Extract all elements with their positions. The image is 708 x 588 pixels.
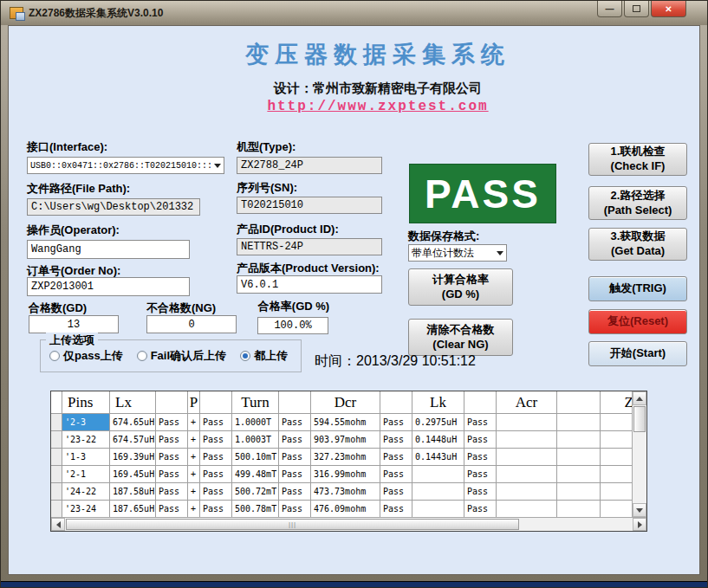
title-bar[interactable]: ZX2786数据采集系统V3.0.10 — ✕ — [1, 1, 707, 25]
table-cell[interactable]: 0.1443uH — [412, 449, 464, 466]
table-cell[interactable]: Pass — [200, 501, 232, 517]
table-cell[interactable]: Pass — [380, 431, 412, 449]
scroll-right-button[interactable] — [633, 518, 646, 531]
column-header-blank-5[interactable] — [200, 391, 232, 414]
table-cell[interactable] — [557, 431, 601, 449]
row-selector[interactable] — [51, 431, 62, 449]
trig-button[interactable]: 触发(TRIG) — [588, 276, 687, 301]
table-cell[interactable]: 187.65uH — [110, 501, 156, 517]
table-cell[interactable]: Pass — [156, 466, 188, 483]
column-header-blank-0[interactable] — [51, 391, 62, 414]
table-cell[interactable] — [557, 483, 601, 501]
column-header-blank-11[interactable] — [464, 391, 497, 414]
table-cell[interactable] — [412, 501, 464, 517]
table-cell[interactable]: 169.45uH — [110, 466, 156, 483]
table-cell[interactable]: Pass — [200, 466, 232, 483]
minimize-button[interactable]: — — [597, 1, 622, 17]
product-version-field[interactable] — [237, 275, 382, 294]
table-cell[interactable]: Pass — [380, 483, 412, 501]
scroll-down-button[interactable] — [633, 503, 646, 517]
ng-count-field[interactable] — [146, 315, 237, 333]
table-cell[interactable]: Pass — [200, 431, 232, 449]
table-cell[interactable]: '2-3 — [62, 414, 110, 431]
table-cell[interactable]: 499.48mT — [232, 466, 279, 483]
upload-option-0[interactable]: 仅pass上传 — [49, 348, 123, 364]
table-cell[interactable] — [557, 466, 601, 483]
path-select-button[interactable]: 2.路径选择 (Path Select) — [588, 186, 687, 220]
row-selector[interactable] — [51, 483, 62, 501]
table-cell[interactable] — [601, 414, 632, 431]
check-if-button[interactable]: 1.联机检查 (Check IF) — [588, 143, 687, 176]
table-cell[interactable]: 500.72mT — [232, 483, 279, 501]
table-cell[interactable]: Pass — [464, 449, 497, 466]
table-cell[interactable]: Pass — [464, 414, 497, 431]
table-cell[interactable] — [601, 483, 632, 501]
table-cell[interactable]: Pass — [279, 431, 311, 449]
table-cell[interactable]: 327.23mohm — [311, 449, 380, 466]
table-cell[interactable]: + — [188, 414, 200, 431]
website-link[interactable]: http://www.zxptest.com — [200, 99, 555, 114]
column-header-blank-13[interactable] — [557, 391, 601, 414]
table-cell[interactable]: 0.1448uH — [412, 431, 464, 449]
column-header-Turn[interactable]: Turn — [232, 391, 279, 414]
table-cell[interactable]: Pass — [279, 449, 311, 466]
table-cell[interactable]: Pass — [464, 431, 497, 449]
table-cell[interactable]: Pass — [156, 501, 188, 517]
clear-ng-button[interactable]: 清除不合格数 (Clear NG) — [408, 319, 513, 356]
radio-icon[interactable] — [137, 351, 147, 361]
table-cell[interactable]: 500.78mT — [232, 501, 279, 517]
save-format-combobox[interactable]: 带单位计数法 — [408, 244, 507, 262]
table-cell[interactable]: Pass — [464, 483, 497, 501]
column-header-Dcr[interactable]: Dcr — [311, 391, 380, 414]
horizontal-scrollbar[interactable]: ||| — [51, 517, 646, 531]
vertical-scroll-thumb[interactable] — [633, 406, 646, 432]
column-header-blank-7[interactable] — [279, 391, 311, 414]
table-cell[interactable]: 0.2975uH — [412, 414, 464, 431]
table-cell[interactable]: + — [188, 501, 200, 517]
table-cell[interactable]: Pass — [200, 483, 232, 501]
reset-button[interactable]: 复位(Reset) — [588, 309, 687, 334]
table-cell[interactable]: Pass — [279, 414, 311, 431]
table-cell[interactable]: Pass — [279, 501, 311, 517]
column-header-Pins[interactable]: Pins — [62, 391, 110, 414]
scroll-up-button[interactable] — [633, 391, 646, 405]
table-cell[interactable] — [497, 449, 557, 466]
table-cell[interactable]: 476.09mohm — [311, 501, 380, 517]
table-cell[interactable]: '23-22 — [62, 431, 110, 449]
table-cell[interactable] — [601, 501, 632, 517]
table-cell[interactable]: Pass — [200, 449, 232, 466]
table-cell[interactable]: Pass — [380, 449, 412, 466]
table-cell[interactable]: + — [188, 449, 200, 466]
row-selector[interactable] — [51, 414, 62, 431]
table-cell[interactable]: Pass — [380, 501, 412, 517]
radio-icon[interactable] — [49, 351, 60, 361]
table-cell[interactable]: 473.73mohm — [311, 483, 380, 501]
table-cell[interactable] — [412, 466, 464, 483]
table-cell[interactable] — [497, 483, 557, 501]
type-field[interactable] — [237, 157, 382, 174]
table-cell[interactable]: 500.10mT — [232, 449, 279, 466]
maximize-button[interactable] — [624, 1, 649, 17]
table-cell[interactable]: + — [188, 466, 200, 483]
table-cell[interactable]: + — [188, 483, 200, 501]
table-cell[interactable] — [557, 449, 601, 466]
table-cell[interactable]: 169.39uH — [110, 449, 156, 466]
table-cell[interactable] — [497, 501, 557, 517]
column-header-blank-9[interactable] — [380, 391, 412, 414]
row-selector[interactable] — [51, 466, 62, 483]
product-id-field[interactable] — [237, 238, 382, 255]
upload-option-2[interactable]: 都上传 — [240, 348, 288, 364]
vertical-scrollbar[interactable] — [632, 391, 646, 517]
table-cell[interactable]: '24-22 — [62, 483, 110, 501]
table-cell[interactable]: Pass — [279, 483, 311, 501]
serial-field[interactable] — [237, 197, 382, 214]
horizontal-scroll-thumb[interactable]: ||| — [66, 519, 519, 530]
table-cell[interactable]: Pass — [156, 431, 188, 449]
table-cell[interactable] — [601, 466, 632, 483]
table-cell[interactable]: Pass — [380, 466, 412, 483]
scroll-left-button[interactable] — [51, 518, 65, 531]
order-no-field[interactable] — [27, 277, 190, 296]
table-cell[interactable] — [601, 449, 632, 466]
table-cell[interactable]: '1-3 — [62, 449, 110, 466]
gd-count-field[interactable] — [29, 315, 119, 333]
